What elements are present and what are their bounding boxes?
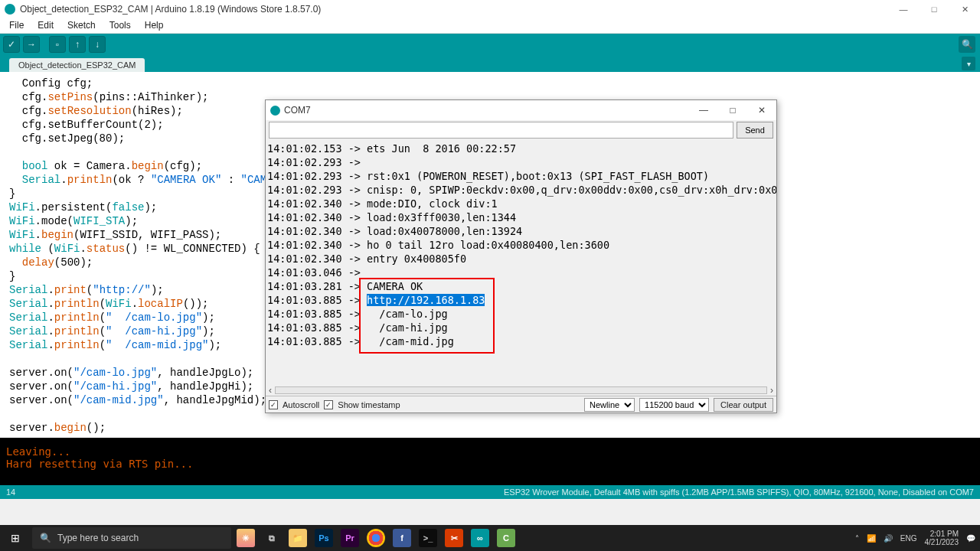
tab-menu-button[interactable]: ▾ bbox=[962, 57, 975, 70]
serial-monitor-window: COM7 — □ ✕ Send 14:01:02.153 -> ets Jun … bbox=[265, 99, 777, 413]
window-titlebar: Object_detection_ESP32_CAM | Arduino 1.8… bbox=[0, 0, 980, 18]
taskbar-search[interactable]: 🔍 Type here to search bbox=[32, 527, 231, 549]
tray-time: 2:01 PM bbox=[925, 530, 959, 538]
task-icon-photoshop[interactable]: Ps bbox=[311, 525, 337, 551]
serial-title: COM7 bbox=[284, 105, 311, 116]
task-icon-chrome[interactable] bbox=[363, 525, 389, 551]
clear-output-button[interactable]: Clear output bbox=[714, 398, 773, 412]
verify-button[interactable]: ✓ bbox=[3, 36, 20, 53]
task-icon-snip[interactable]: ✂ bbox=[441, 525, 467, 551]
menu-tools[interactable]: Tools bbox=[103, 18, 137, 33]
timestamp-label: Show timestamp bbox=[338, 400, 400, 409]
console-line: Hard resetting via RTS pin... bbox=[6, 458, 974, 470]
timestamp-checkbox[interactable]: ✓ bbox=[324, 400, 333, 409]
maximize-button[interactable]: □ bbox=[919, 0, 949, 18]
serial-output[interactable]: 14:01:02.153 -> ets Jun 8 2016 00:22:57 … bbox=[266, 140, 776, 385]
close-button[interactable]: ✕ bbox=[949, 0, 980, 18]
baud-select[interactable]: 115200 baud bbox=[639, 398, 709, 412]
upload-button[interactable]: → bbox=[23, 36, 40, 53]
serial-titlebar: COM7 — □ ✕ bbox=[266, 100, 776, 120]
task-icon-camtasia[interactable]: C bbox=[493, 525, 519, 551]
serial-footer: ✓ Autoscroll ✓ Show timestamp Newline 11… bbox=[266, 396, 776, 412]
toolbar: ✓ → ▫ ↑ ↓ 🔍 bbox=[0, 34, 980, 55]
tab-bar: Object_detection_ESP32_CAM ▾ bbox=[0, 55, 980, 72]
status-line-number: 14 bbox=[6, 487, 15, 497]
tray-chevron-icon[interactable]: ˄ bbox=[855, 534, 859, 543]
serial-monitor-button[interactable]: 🔍 bbox=[959, 36, 975, 53]
autoscroll-checkbox[interactable]: ✓ bbox=[269, 400, 278, 409]
autoscroll-label: Autoscroll bbox=[283, 400, 319, 409]
minimize-button[interactable]: — bbox=[888, 0, 919, 18]
serial-input[interactable] bbox=[269, 122, 733, 139]
start-button[interactable]: ⊞ bbox=[0, 525, 31, 551]
menu-sketch[interactable]: Sketch bbox=[61, 18, 102, 33]
search-icon: 🔍 bbox=[40, 533, 51, 543]
tray-date: 4/21/2023 bbox=[925, 538, 959, 546]
tray-wifi-icon[interactable]: 📶 bbox=[867, 534, 876, 543]
status-board-info: ESP32 Wrover Module, Default 4MB with sp… bbox=[504, 487, 974, 497]
serial-close-button[interactable]: ✕ bbox=[747, 100, 776, 120]
task-icon-arduino[interactable]: ∞ bbox=[467, 525, 493, 551]
menubar: File Edit Sketch Tools Help bbox=[0, 18, 980, 34]
tab-sketch[interactable]: Object_detection_ESP32_CAM bbox=[9, 58, 145, 72]
save-button[interactable]: ↓ bbox=[89, 36, 106, 53]
menu-help[interactable]: Help bbox=[139, 18, 170, 33]
arduino-icon bbox=[270, 106, 280, 116]
task-icon-taskview[interactable]: ⧉ bbox=[259, 525, 285, 551]
task-icon-explorer[interactable]: 📁 bbox=[285, 525, 311, 551]
serial-minimize-button[interactable]: — bbox=[689, 100, 718, 120]
open-button[interactable]: ↑ bbox=[69, 36, 86, 53]
output-console: Leaving... Hard resetting via RTS pin... bbox=[0, 438, 980, 485]
task-icon-premiere[interactable]: Pr bbox=[337, 525, 363, 551]
tray-language[interactable]: ENG bbox=[900, 534, 917, 543]
window-title: Object_detection_ESP32_CAM | Arduino 1.8… bbox=[20, 4, 321, 15]
taskbar: ⊞ 🔍 Type here to search ☀ ⧉ 📁 Ps Pr f >_… bbox=[0, 525, 980, 551]
serial-maximize-button[interactable]: □ bbox=[718, 100, 747, 120]
task-icon-weather[interactable]: ☀ bbox=[233, 525, 259, 551]
task-icon-terminal[interactable]: >_ bbox=[415, 525, 441, 551]
serial-send-button[interactable]: Send bbox=[737, 122, 773, 139]
menu-edit[interactable]: Edit bbox=[31, 18, 60, 33]
tray-volume-icon[interactable]: 🔊 bbox=[884, 534, 893, 543]
menu-file[interactable]: File bbox=[3, 18, 30, 33]
console-line: Leaving... bbox=[6, 445, 974, 458]
statusbar: 14 ESP32 Wrover Module, Default 4MB with… bbox=[0, 485, 980, 499]
arduino-icon bbox=[5, 4, 15, 15]
search-placeholder: Type here to search bbox=[57, 533, 139, 543]
tray-notifications-icon[interactable]: 💬 bbox=[966, 534, 975, 543]
new-button[interactable]: ▫ bbox=[49, 36, 66, 53]
system-tray[interactable]: ˄ 📶 🔊 ENG 2:01 PM 4/21/2023 💬 bbox=[855, 530, 980, 546]
task-icon-friday[interactable]: f bbox=[389, 525, 415, 551]
line-ending-select[interactable]: Newline bbox=[584, 398, 635, 412]
serial-hscrollbar[interactable]: ‹› bbox=[266, 385, 776, 396]
